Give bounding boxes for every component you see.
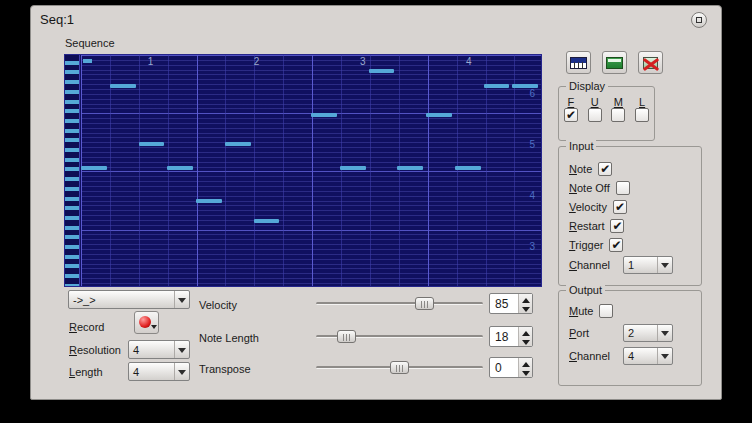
display-m-checkbox[interactable] [611, 108, 625, 122]
note-length-spin-value: 18 [490, 327, 518, 346]
note[interactable] [340, 166, 366, 170]
length-select[interactable]: 4 [128, 362, 190, 381]
display-option-f-label: F [564, 96, 578, 108]
slider-groove [316, 302, 483, 305]
resolution-value: 4 [129, 344, 174, 356]
wave-select[interactable]: ->_> [68, 290, 190, 309]
beat-label: 4 [466, 56, 472, 67]
delete-icon [643, 57, 658, 69]
velocity-input-label: Velocity [569, 201, 607, 213]
resolution-select[interactable]: 4 [128, 340, 190, 359]
output-channel-label: Channel [569, 350, 617, 362]
wave-select-value: ->_> [69, 294, 174, 306]
input-group: Input Note Note Off Velocity Restart Tri… [558, 146, 702, 286]
transpose-spin-value: 0 [490, 358, 518, 377]
piano-keys [65, 55, 80, 286]
display-option-u-label: U [588, 96, 602, 108]
plot-area[interactable]: 1234 6543 [81, 55, 541, 286]
note[interactable] [455, 166, 481, 170]
spin-down-icon[interactable] [519, 305, 532, 316]
restart-label: Restart [569, 220, 604, 232]
window-icon [606, 57, 623, 69]
sequence-label: Sequence [65, 37, 115, 49]
transpose-spinbox[interactable]: 0 [489, 357, 533, 378]
trigger-label: Trigger [569, 239, 603, 251]
note[interactable] [311, 113, 337, 117]
display-l-checkbox[interactable] [635, 108, 649, 122]
chevron-down-icon [174, 363, 189, 380]
output-channel-select[interactable]: 4 [623, 347, 673, 365]
velocity-spinbox[interactable]: 85 [489, 293, 533, 314]
display-option-l-label: L [635, 96, 649, 108]
slider-handle[interactable] [390, 361, 409, 374]
float-button[interactable] [691, 12, 707, 28]
octave-label: 3 [529, 241, 535, 252]
chevron-down-icon [174, 291, 189, 308]
note-off-label: Note Off [569, 182, 610, 194]
display-f-checkbox[interactable] [564, 108, 578, 122]
mute-label: Mute [569, 305, 593, 317]
note[interactable] [512, 84, 538, 88]
spin-up-icon[interactable] [519, 294, 532, 305]
port-label: Port [569, 327, 617, 339]
note-length-spinbox[interactable]: 18 [489, 326, 533, 347]
sequence-grid[interactable]: 1234 6543 [64, 54, 542, 287]
note[interactable] [139, 142, 165, 146]
note[interactable] [369, 69, 395, 73]
titlebar[interactable]: Seq:1 [31, 6, 721, 32]
mute-checkbox[interactable] [599, 304, 613, 318]
slider-handle[interactable] [415, 297, 434, 310]
record-icon [139, 316, 151, 328]
seq-window: Seq:1 Sequence 1234 6543 ->_> Record Res… [30, 5, 722, 400]
resolution-label: Resolution [69, 344, 121, 356]
note[interactable] [81, 166, 107, 170]
output-group: Output Mute Port 2 Channel 4 [558, 290, 702, 386]
velocity-input-checkbox[interactable] [613, 200, 627, 214]
transpose-label: Transpose [199, 363, 251, 375]
note[interactable] [254, 219, 280, 223]
delete-button[interactable] [638, 51, 663, 74]
spin-down-icon[interactable] [519, 338, 532, 349]
keyboard-button[interactable] [566, 51, 591, 74]
octave-label: 6 [529, 87, 535, 98]
float-icon [696, 17, 702, 23]
slider-handle[interactable] [337, 330, 356, 343]
loop-marker-icon [83, 59, 92, 63]
velocity-spin-value: 85 [490, 294, 518, 313]
window-button[interactable] [602, 51, 627, 74]
note[interactable] [225, 142, 251, 146]
record-label: Record [69, 321, 104, 333]
restart-checkbox[interactable] [610, 219, 624, 233]
note[interactable] [397, 166, 423, 170]
trigger-checkbox[interactable] [609, 238, 623, 252]
note-checkbox[interactable] [598, 162, 612, 176]
display-option-m-label: M [611, 96, 625, 108]
chevron-down-icon [657, 257, 672, 273]
spin-down-icon[interactable] [519, 369, 532, 380]
port-select[interactable]: 2 [623, 324, 673, 342]
window-title: Seq:1 [40, 12, 74, 27]
output-channel-value: 4 [624, 350, 657, 362]
note[interactable] [196, 199, 222, 203]
spin-up-icon[interactable] [519, 327, 532, 338]
spin-up-icon[interactable] [519, 358, 532, 369]
chevron-down-icon [657, 348, 672, 364]
velocity-label: Velocity [199, 299, 237, 311]
transpose-slider[interactable] [316, 360, 483, 375]
octave-label: 4 [529, 190, 535, 201]
note-label: Note [569, 163, 592, 175]
note[interactable] [110, 84, 136, 88]
display-u-checkbox[interactable] [588, 108, 602, 122]
note-length-label: Note Length [199, 332, 259, 344]
velocity-slider[interactable] [316, 296, 483, 311]
keyboard-icon [570, 57, 587, 69]
note[interactable] [426, 113, 452, 117]
record-button[interactable] [134, 311, 159, 334]
note[interactable] [484, 84, 510, 88]
note[interactable] [167, 166, 193, 170]
input-channel-select[interactable]: 1 [623, 256, 673, 274]
note-off-checkbox[interactable] [616, 181, 630, 195]
chevron-down-icon [151, 325, 157, 332]
note-length-slider[interactable] [316, 329, 483, 344]
beat-label: 1 [148, 56, 154, 67]
